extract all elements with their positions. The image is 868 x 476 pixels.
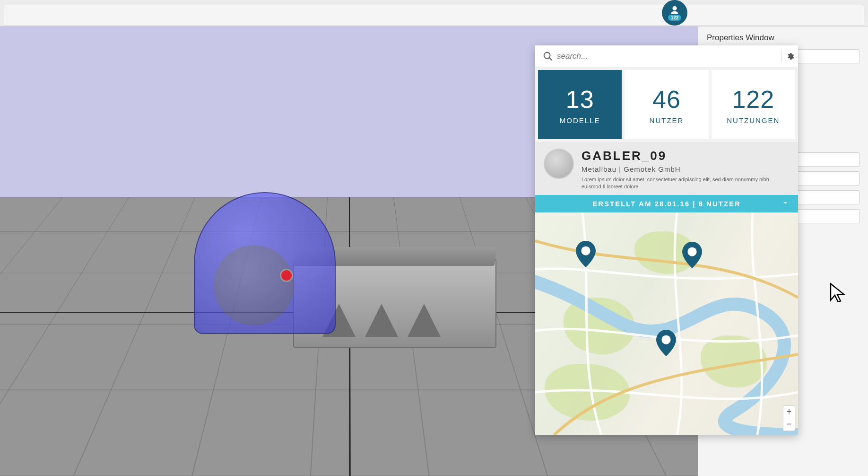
tile-label: NUTZUNGEN	[727, 116, 780, 124]
chevron-down-icon	[781, 199, 790, 209]
info-popover: 13 MODELLE 46 NUTZER 122 NUTZUNGEN GABLE…	[535, 45, 798, 435]
machine-indicator	[281, 270, 292, 281]
zoom-out-button[interactable]: −	[783, 418, 795, 431]
user-icon	[669, 5, 680, 16]
gear-icon	[786, 52, 794, 61]
map-pin[interactable]	[656, 330, 677, 356]
machine-dome	[194, 192, 336, 334]
created-ribbon[interactable]: ERSTELLT AM 28.01.16 | 8 NUTZER	[535, 195, 798, 212]
tile-num: 122	[732, 85, 774, 114]
svg-point-1	[687, 247, 696, 256]
zoom-in-button[interactable]: +	[783, 406, 795, 418]
tile-num: 13	[566, 85, 594, 114]
search-icon	[543, 51, 553, 62]
svg-point-0	[581, 246, 590, 255]
tile-label: NUTZER	[650, 116, 684, 124]
tile-modelle[interactable]: 13 MODELLE	[538, 70, 622, 139]
user-badge-count: 122	[668, 15, 682, 21]
svg-point-2	[661, 335, 670, 344]
ribbon-text: ERSTELLT AM 28.01.16 | 8 NUTZER	[592, 200, 741, 208]
stat-tiles: 13 MODELLE 46 NUTZER 122 NUTZUNGEN	[535, 67, 798, 142]
map-zoom: + −	[783, 405, 795, 431]
search-row	[535, 45, 798, 67]
settings-button[interactable]	[781, 50, 794, 63]
properties-title: Properties Window	[707, 33, 859, 43]
model-summary[interactable]: GABLER_09 Metallbau | Gemotek GmbH Lorem…	[535, 142, 798, 195]
tile-nutzer[interactable]: 46 NUTZER	[625, 70, 708, 139]
model-machine[interactable]	[189, 187, 454, 358]
cursor-icon	[827, 282, 847, 302]
tile-num: 46	[652, 85, 681, 114]
map-pin[interactable]	[575, 241, 596, 267]
model-description: Lorem ipsum dolor sit amet, consectetuer…	[582, 176, 771, 190]
map-roads	[535, 212, 798, 435]
usage-map[interactable]: + −	[535, 212, 798, 435]
top-toolbar	[0, 0, 868, 26]
model-thumbnail	[544, 149, 574, 179]
toolbar-strip	[4, 5, 864, 26]
search-input[interactable]	[557, 52, 781, 61]
map-pin[interactable]	[682, 242, 703, 268]
tile-nutzungen[interactable]: 122 NUTZUNGEN	[712, 70, 795, 139]
tile-label: MODELLE	[560, 116, 600, 124]
model-name: GABLER_09	[582, 149, 771, 163]
user-badge[interactable]: 122	[662, 0, 687, 26]
model-subtitle: Metallbau | Gemotek GmbH	[582, 165, 771, 173]
